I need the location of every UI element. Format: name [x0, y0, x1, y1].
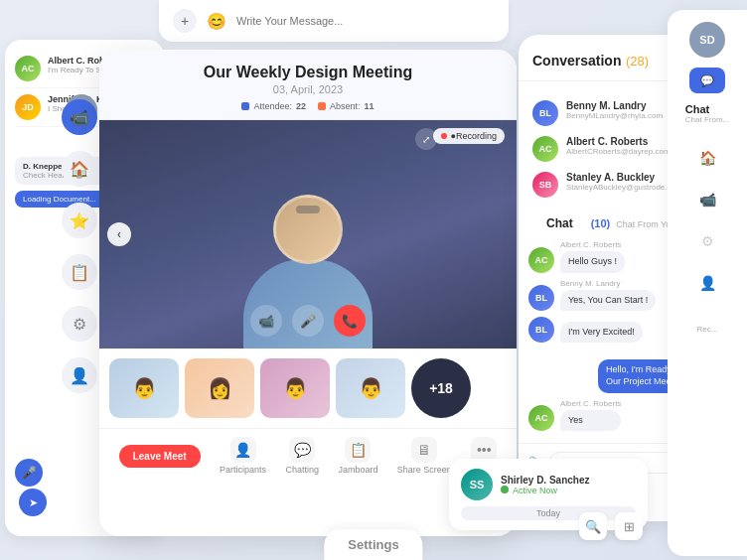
- share-screen-tab[interactable]: 🖥 Share Screen: [397, 437, 452, 475]
- jamboard-icon: 📋: [345, 437, 371, 463]
- far-right-home-icon[interactable]: 🏠: [691, 142, 723, 174]
- grid-view-button[interactable]: ⊞: [615, 512, 643, 540]
- top-message-bar: + 😊: [159, 0, 509, 42]
- mic-button[interactable]: 🎤: [15, 459, 43, 487]
- settings-label: Settings: [324, 529, 422, 560]
- msg-sender: Albert C. Roberts: [560, 399, 621, 408]
- far-right-user-icon[interactable]: 👤: [691, 267, 723, 299]
- meeting-header: Our Weekly Design Meeting 03, April, 202…: [99, 50, 517, 120]
- sidebar-settings-icon[interactable]: ⚙: [62, 306, 97, 342]
- attendee-count: Attendee: 22: [241, 101, 306, 111]
- msg-content: Benny M. Landry Yes, You Can Start !: [560, 279, 656, 312]
- conversation-title: Conversation: [532, 53, 621, 69]
- video-area: ●Recording ⤢ ‹ 📹 🎤 📞: [99, 120, 517, 349]
- conv-email: BennyMLandry@rhyta.com: [566, 111, 663, 120]
- sidebar-user-icon[interactable]: 👤: [62, 357, 97, 393]
- chatting-label: Chatting: [285, 465, 319, 475]
- sidebar-video-icon[interactable]: 📹: [62, 99, 97, 135]
- shirley-status: Active Now: [501, 486, 589, 495]
- rec-dot: [441, 133, 447, 139]
- thumb-avatar: 👨: [336, 358, 405, 418]
- chat-count: (10): [591, 217, 611, 229]
- chat-section-title: Chat: [532, 209, 587, 234]
- shirley-info: Shirley D. Sanchez Active Now: [501, 475, 589, 495]
- msg-sender: Albert C. Roberts: [560, 240, 625, 249]
- msg-avatar: BL: [528, 285, 554, 311]
- far-right-avatar: SD: [689, 22, 725, 58]
- leave-meeting-button[interactable]: Leave Meet: [119, 445, 201, 468]
- expand-button[interactable]: ⤢: [415, 128, 437, 150]
- participant-thumbnails: 👨 👩 👨 👨 +18: [99, 349, 517, 428]
- shirley-name: Shirley D. Sanchez: [501, 475, 589, 486]
- absent-count: Absent: 11: [318, 101, 374, 111]
- avatar-albert: AC: [532, 136, 558, 162]
- conv-email: AlbertCRoberts@dayrep.com: [566, 147, 671, 156]
- conv-name: Albert C. Roberts: [566, 136, 671, 147]
- participants-label: Participants: [220, 465, 266, 475]
- avatar: AC: [15, 56, 41, 81]
- chatting-tab[interactable]: 💬 Chatting: [285, 437, 319, 475]
- thumb-avatar: 👨: [109, 358, 179, 418]
- sidebar-star-icon[interactable]: ⭐: [62, 203, 97, 238]
- recording-badge: ●Recording: [433, 128, 505, 144]
- far-right-video-icon[interactable]: 📹: [691, 184, 723, 215]
- online-indicator: [501, 486, 509, 493]
- avatar-benny: BL: [532, 100, 558, 126]
- add-attachment-button[interactable]: +: [173, 9, 197, 33]
- far-right-settings-icon[interactable]: ⚙: [691, 225, 723, 257]
- msg-avatar: AC: [528, 405, 554, 431]
- thumb-avatar: 👨: [260, 358, 330, 418]
- msg-avatar: AC: [528, 247, 554, 273]
- sidebar-board-icon[interactable]: 📋: [62, 254, 97, 290]
- search-icon-button[interactable]: 🔍: [579, 512, 607, 540]
- attendee-row: Attendee: 22 Absent: 11: [117, 101, 499, 111]
- attendee-dot: [241, 102, 249, 110]
- conversation-count: (28): [626, 54, 649, 69]
- conv-info: Stanley A. Buckley StanleyABuckley@gustr…: [566, 172, 682, 198]
- conv-info: Albert C. Roberts AlbertCRoberts@dayrep.…: [566, 136, 671, 162]
- conv-name: Benny M. Landry: [566, 100, 663, 111]
- chat-quick-button[interactable]: 💬: [689, 68, 725, 93]
- participant-thumb-4[interactable]: 👨: [336, 358, 405, 418]
- message-bubble: Yes, You Can Start !: [560, 290, 656, 312]
- emoji-picker-button[interactable]: 😊: [207, 12, 226, 31]
- conv-email: StanleyABuckley@gustrode.com: [566, 183, 682, 192]
- meeting-date: 03, April, 2023: [117, 83, 499, 95]
- absent-dot: [318, 102, 326, 110]
- jamboard-tab[interactable]: 📋 Jamboard: [338, 437, 377, 475]
- participants-icon: 👤: [230, 437, 256, 463]
- msg-content: Albert C. Roberts Yes: [560, 399, 621, 432]
- chatting-icon: 💬: [289, 437, 315, 463]
- nav-back-button[interactable]: ‹: [107, 222, 131, 246]
- mic-toggle-button[interactable]: 🎤: [292, 305, 324, 337]
- shirley-avatar: SS: [461, 469, 493, 500]
- message-bubble: Hello Guys !: [560, 251, 625, 273]
- sidebar-home-icon[interactable]: 🏠: [62, 151, 97, 187]
- far-right-rec-label: Rec...: [697, 325, 718, 334]
- end-call-button[interactable]: 📞: [334, 305, 366, 337]
- msg-avatar: BL: [528, 317, 554, 343]
- sidebar-nav: 📹 🏠 ⭐ 📋 ⚙ 👤: [60, 99, 99, 393]
- avatar: JD: [15, 94, 41, 120]
- send-float-button[interactable]: ➤: [19, 489, 47, 516]
- participant-thumb-2[interactable]: 👩: [185, 358, 254, 418]
- conv-name: Stanley A. Buckley: [566, 172, 682, 183]
- msg-sender: Benny M. Landry: [560, 279, 656, 288]
- far-right-panel: SD 💬 Chat Chat From... 🏠 📹 ⚙ 👤 Rec...: [668, 10, 747, 556]
- message-bubble: Yes: [560, 410, 621, 432]
- participant-thumb-3[interactable]: 👨: [260, 358, 330, 418]
- far-right-chat-title: Chat: [679, 103, 735, 115]
- video-controls: 📹 🎤 📞: [250, 305, 366, 337]
- more-participants-badge[interactable]: +18: [411, 358, 471, 418]
- jamboard-label: Jamboard: [338, 465, 377, 475]
- shirley-row: SS Shirley D. Sanchez Active Now: [461, 469, 636, 500]
- participant-thumb-1[interactable]: 👨: [109, 358, 179, 418]
- msg-content: I'm Very Excited!: [560, 322, 643, 344]
- thumb-avatar: 👩: [185, 358, 254, 418]
- video-toggle-button[interactable]: 📹: [250, 305, 282, 337]
- participants-tab[interactable]: 👤 Participants: [220, 437, 266, 475]
- bottom-search-area: 🔍 ⊞: [579, 512, 643, 540]
- message-input[interactable]: [236, 15, 495, 27]
- conv-info: Benny M. Landry BennyMLandry@rhyta.com: [566, 100, 663, 126]
- meeting-title: Our Weekly Design Meeting: [117, 64, 499, 81]
